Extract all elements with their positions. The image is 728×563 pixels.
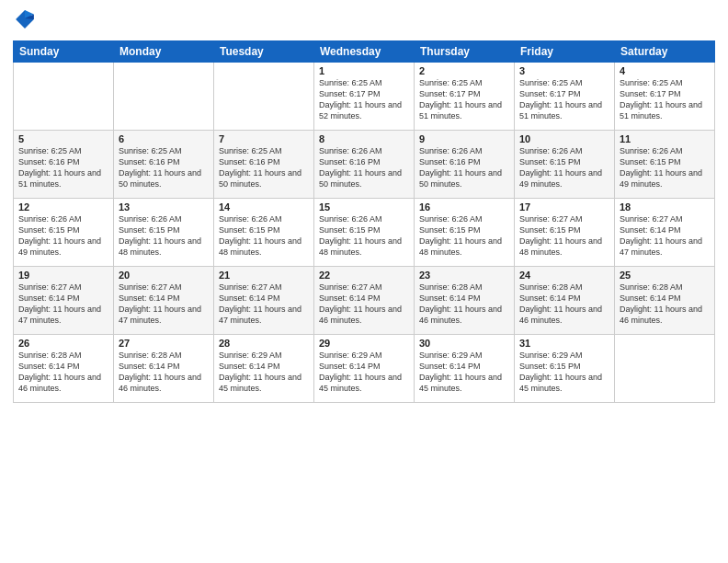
calendar-cell: 6Sunrise: 6:25 AMSunset: 6:16 PMDaylight… [114, 131, 214, 199]
day-number: 20 [119, 270, 209, 281]
calendar-cell: 3Sunrise: 6:25 AMSunset: 6:17 PMDaylight… [515, 63, 615, 131]
calendar-cell: 20Sunrise: 6:27 AMSunset: 6:14 PMDayligh… [114, 267, 214, 335]
day-number: 1 [319, 65, 409, 76]
calendar-cell: 5Sunrise: 6:25 AMSunset: 6:16 PMDaylight… [14, 131, 114, 199]
header-day-wednesday: Wednesday [314, 41, 415, 63]
header-day-saturday: Saturday [615, 41, 715, 63]
day-info: Sunrise: 6:29 AMSunset: 6:15 PMDaylight:… [519, 350, 609, 395]
day-info: Sunrise: 6:29 AMSunset: 6:14 PMDaylight:… [319, 350, 409, 395]
calendar-cell: 1Sunrise: 6:25 AMSunset: 6:17 PMDaylight… [314, 63, 415, 131]
day-number: 23 [419, 270, 509, 281]
calendar-cell: 29Sunrise: 6:29 AMSunset: 6:14 PMDayligh… [314, 335, 415, 403]
week-row-4: 26Sunrise: 6:28 AMSunset: 6:14 PMDayligh… [14, 335, 715, 403]
calendar-cell: 11Sunrise: 6:26 AMSunset: 6:15 PMDayligh… [615, 131, 715, 199]
day-info: Sunrise: 6:26 AMSunset: 6:15 PMDaylight:… [219, 213, 309, 259]
logo-icon [15, 9, 35, 29]
day-number: 22 [319, 270, 409, 281]
day-number: 3 [519, 65, 609, 76]
day-info: Sunrise: 6:26 AMSunset: 6:15 PMDaylight:… [620, 145, 710, 190]
calendar-cell: 30Sunrise: 6:29 AMSunset: 6:14 PMDayligh… [415, 335, 515, 403]
day-info: Sunrise: 6:25 AMSunset: 6:16 PMDaylight:… [119, 145, 209, 190]
day-number: 6 [119, 133, 209, 144]
calendar-cell: 17Sunrise: 6:27 AMSunset: 6:15 PMDayligh… [515, 199, 615, 267]
day-info: Sunrise: 6:28 AMSunset: 6:14 PMDaylight:… [18, 350, 108, 395]
day-number: 26 [18, 338, 108, 349]
calendar-cell: 4Sunrise: 6:25 AMSunset: 6:17 PMDaylight… [615, 63, 715, 131]
day-number: 8 [319, 133, 409, 144]
day-number: 2 [419, 65, 509, 76]
day-number: 24 [519, 270, 609, 281]
calendar-cell: 26Sunrise: 6:28 AMSunset: 6:14 PMDayligh… [14, 335, 114, 403]
week-row-1: 5Sunrise: 6:25 AMSunset: 6:16 PMDaylight… [14, 131, 715, 199]
calendar-cell: 14Sunrise: 6:26 AMSunset: 6:15 PMDayligh… [214, 199, 314, 267]
calendar-cell: 28Sunrise: 6:29 AMSunset: 6:14 PMDayligh… [214, 335, 314, 403]
calendar-cell: 15Sunrise: 6:26 AMSunset: 6:15 PMDayligh… [314, 199, 415, 267]
header-row: SundayMondayTuesdayWednesdayThursdayFrid… [14, 41, 715, 63]
header-day-thursday: Thursday [415, 41, 515, 63]
calendar-cell: 22Sunrise: 6:27 AMSunset: 6:14 PMDayligh… [314, 267, 415, 335]
day-info: Sunrise: 6:28 AMSunset: 6:14 PMDaylight:… [519, 282, 609, 327]
day-info: Sunrise: 6:27 AMSunset: 6:14 PMDaylight:… [18, 282, 108, 327]
day-number: 19 [18, 270, 108, 281]
day-info: Sunrise: 6:28 AMSunset: 6:14 PMDaylight:… [419, 282, 509, 327]
day-number: 11 [620, 133, 710, 144]
day-number: 4 [620, 65, 710, 76]
day-info: Sunrise: 6:25 AMSunset: 6:17 PMDaylight:… [419, 77, 509, 122]
day-number: 29 [319, 338, 409, 349]
day-info: Sunrise: 6:25 AMSunset: 6:17 PMDaylight:… [620, 77, 710, 122]
day-number: 7 [219, 133, 309, 144]
day-info: Sunrise: 6:26 AMSunset: 6:15 PMDaylight:… [419, 213, 509, 259]
calendar-cell: 7Sunrise: 6:25 AMSunset: 6:16 PMDaylight… [214, 131, 314, 199]
day-number: 21 [219, 270, 309, 281]
calendar-cell: 12Sunrise: 6:26 AMSunset: 6:15 PMDayligh… [14, 199, 114, 267]
calendar-cell [615, 335, 715, 403]
day-number: 27 [119, 338, 209, 349]
calendar-cell: 9Sunrise: 6:26 AMSunset: 6:16 PMDaylight… [415, 131, 515, 199]
calendar-cell: 25Sunrise: 6:28 AMSunset: 6:14 PMDayligh… [615, 267, 715, 335]
day-info: Sunrise: 6:27 AMSunset: 6:14 PMDaylight:… [219, 282, 309, 327]
day-number: 30 [419, 338, 509, 349]
calendar-cell: 10Sunrise: 6:26 AMSunset: 6:15 PMDayligh… [515, 131, 615, 199]
day-number: 25 [620, 270, 710, 281]
calendar-cell: 23Sunrise: 6:28 AMSunset: 6:14 PMDayligh… [415, 267, 515, 335]
day-info: Sunrise: 6:27 AMSunset: 6:15 PMDaylight:… [519, 213, 609, 259]
header-day-sunday: Sunday [14, 41, 114, 63]
calendar-cell: 16Sunrise: 6:26 AMSunset: 6:15 PMDayligh… [415, 199, 515, 267]
week-row-2: 12Sunrise: 6:26 AMSunset: 6:15 PMDayligh… [14, 199, 715, 267]
calendar-cell [14, 63, 114, 131]
day-info: Sunrise: 6:29 AMSunset: 6:14 PMDaylight:… [419, 350, 509, 395]
header-day-tuesday: Tuesday [214, 41, 314, 63]
day-info: Sunrise: 6:26 AMSunset: 6:16 PMDaylight:… [319, 145, 409, 190]
day-info: Sunrise: 6:26 AMSunset: 6:15 PMDaylight:… [319, 213, 409, 259]
day-info: Sunrise: 6:27 AMSunset: 6:14 PMDaylight:… [119, 282, 209, 327]
week-row-0: 1Sunrise: 6:25 AMSunset: 6:17 PMDaylight… [14, 63, 715, 131]
calendar-cell [214, 63, 314, 131]
day-info: Sunrise: 6:28 AMSunset: 6:14 PMDaylight:… [620, 282, 710, 327]
day-info: Sunrise: 6:26 AMSunset: 6:16 PMDaylight:… [419, 145, 509, 190]
day-info: Sunrise: 6:25 AMSunset: 6:17 PMDaylight:… [519, 77, 609, 122]
day-number: 9 [419, 133, 509, 144]
calendar-cell: 31Sunrise: 6:29 AMSunset: 6:15 PMDayligh… [515, 335, 615, 403]
calendar-cell: 8Sunrise: 6:26 AMSunset: 6:16 PMDaylight… [314, 131, 415, 199]
calendar-cell: 2Sunrise: 6:25 AMSunset: 6:17 PMDaylight… [415, 63, 515, 131]
day-number: 5 [18, 133, 108, 144]
day-info: Sunrise: 6:25 AMSunset: 6:16 PMDaylight:… [219, 145, 309, 190]
day-info: Sunrise: 6:25 AMSunset: 6:16 PMDaylight:… [18, 145, 108, 190]
day-number: 14 [219, 201, 309, 213]
calendar-cell: 18Sunrise: 6:27 AMSunset: 6:14 PMDayligh… [615, 199, 715, 267]
page: SundayMondayTuesdayWednesdayThursdayFrid… [0, 0, 728, 563]
day-info: Sunrise: 6:26 AMSunset: 6:15 PMDaylight:… [119, 213, 209, 259]
day-number: 31 [519, 338, 609, 349]
day-info: Sunrise: 6:26 AMSunset: 6:15 PMDaylight:… [18, 213, 108, 259]
day-number: 10 [519, 133, 609, 144]
day-number: 18 [620, 201, 710, 213]
calendar-cell: 27Sunrise: 6:28 AMSunset: 6:14 PMDayligh… [114, 335, 214, 403]
calendar-cell: 13Sunrise: 6:26 AMSunset: 6:15 PMDayligh… [114, 199, 214, 267]
header-day-friday: Friday [515, 41, 615, 63]
calendar-cell [114, 63, 214, 131]
day-number: 13 [119, 201, 209, 213]
day-number: 16 [419, 201, 509, 213]
day-number: 17 [519, 201, 609, 213]
logo [13, 9, 35, 33]
day-info: Sunrise: 6:28 AMSunset: 6:14 PMDaylight:… [119, 350, 209, 395]
